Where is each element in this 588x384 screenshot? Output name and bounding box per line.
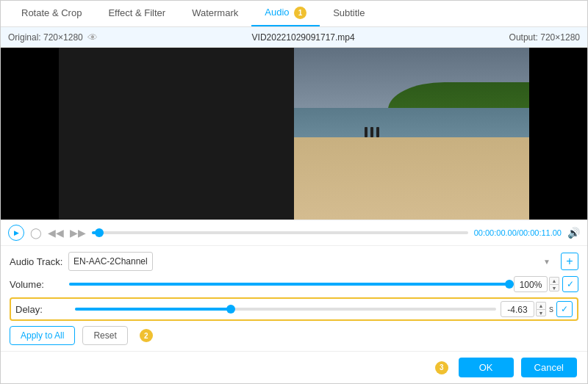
filename-label: VID20221029091717.mp4: [98, 32, 509, 43]
reset-button[interactable]: Reset: [82, 326, 127, 345]
tab-rotate-crop[interactable]: Rotate & Crop: [8, 1, 95, 26]
prev-button[interactable]: ◀◀: [48, 227, 64, 239]
time-display: 00:00:00.00/00:00:11.00: [474, 228, 562, 237]
volume-spinner: ▲ ▼: [549, 277, 559, 291]
video-left-panel: [59, 48, 294, 220]
beach-scene: [294, 48, 529, 220]
delay-unit: s: [549, 304, 553, 314]
tab-effect-filter[interactable]: Effect & Filter: [95, 1, 179, 26]
beach-sand: [294, 137, 529, 220]
tab-bar: Rotate & Crop Effect & Filter Watermark …: [1, 1, 587, 27]
audio-track-label: Audio Track:: [10, 256, 68, 267]
delay-spinner: ▲ ▼: [536, 302, 546, 316]
bottom-bar: 3 OK Cancel: [1, 351, 587, 383]
audio-track-row: Audio Track: EN-AAC-2Channel ▼ +: [10, 252, 578, 271]
volume-down-button[interactable]: ▼: [549, 284, 559, 291]
volume-icon[interactable]: 🔊: [567, 227, 580, 239]
action-badge-2: 2: [140, 329, 153, 342]
tab-audio-badge: 1: [294, 7, 306, 19]
cancel-button[interactable]: Cancel: [521, 358, 577, 377]
delay-value-wrapper: -4.63 ▲ ▼ s: [501, 301, 553, 317]
volume-value-wrapper: 100% ▲ ▼: [514, 276, 559, 292]
delay-copy-button[interactable]: ✓: [556, 301, 573, 317]
audio-track-select[interactable]: EN-AAC-2Channel: [68, 252, 153, 271]
playback-bar: ▶ ◯ ◀◀ ▶▶ 00:00:00.00/00:00:11.00 🔊: [1, 220, 587, 245]
video-right-panel: [294, 48, 529, 220]
tab-subtitle[interactable]: Subtitle: [320, 1, 378, 26]
play-button[interactable]: ▶: [8, 225, 24, 241]
apply-to-all-button[interactable]: Apply to All: [10, 326, 75, 345]
bottom-right-buttons: 3 OK Cancel: [435, 358, 577, 377]
eye-icon[interactable]: 👁: [87, 32, 98, 43]
next-button[interactable]: ▶▶: [70, 227, 86, 239]
delay-down-button[interactable]: ▼: [536, 309, 546, 316]
volume-up-button[interactable]: ▲: [549, 277, 559, 284]
person-1: [365, 127, 368, 137]
delay-slider-track[interactable]: [75, 308, 496, 311]
progress-track[interactable]: [92, 231, 468, 234]
video-frames: [59, 48, 529, 220]
volume-slider-track[interactable]: [69, 283, 509, 286]
delay-value-display: -4.63: [501, 301, 534, 317]
tab-audio[interactable]: Audio 1: [251, 1, 320, 26]
person-3: [376, 127, 379, 137]
volume-slider-thumb[interactable]: [505, 280, 514, 289]
original-label: Original: 720×1280: [8, 32, 83, 43]
people-silhouettes: [365, 127, 379, 137]
delay-label: Delay:: [15, 304, 71, 315]
select-arrow-icon: ▼: [543, 258, 551, 266]
tab-watermark[interactable]: Watermark: [179, 1, 251, 26]
output-label: Output: 720×1280: [509, 32, 580, 43]
volume-slider-fill: [69, 283, 509, 286]
ok-button[interactable]: OK: [459, 358, 514, 377]
delay-up-button[interactable]: ▲: [536, 302, 546, 309]
action-row: Apply to All Reset 2: [10, 326, 578, 345]
audio-track-select-wrapper: EN-AAC-2Channel ▼: [68, 252, 555, 271]
volume-label: Volume:: [10, 279, 65, 290]
controls-area: Audio Track: EN-AAC-2Channel ▼ + Volume:…: [1, 245, 587, 351]
delay-row: Delay: -4.63 ▲ ▼ s ✓: [10, 297, 578, 321]
volume-value-display: 100%: [514, 276, 548, 292]
person-2: [370, 127, 373, 137]
beach-water: [294, 108, 529, 139]
video-preview-area: [1, 48, 587, 220]
info-bar: Original: 720×1280 👁 VID20221029091717.m…: [1, 27, 587, 48]
bottom-badge-3: 3: [435, 361, 448, 374]
delay-slider-thumb[interactable]: [226, 305, 235, 314]
volume-row: Volume: 100% ▲ ▼ ✓: [10, 276, 578, 292]
progress-thumb[interactable]: [95, 228, 104, 237]
stop-button[interactable]: ◯: [30, 227, 42, 239]
add-audio-track-button[interactable]: +: [561, 253, 578, 270]
volume-copy-button[interactable]: ✓: [562, 276, 578, 292]
delay-slider-fill: [75, 308, 231, 311]
